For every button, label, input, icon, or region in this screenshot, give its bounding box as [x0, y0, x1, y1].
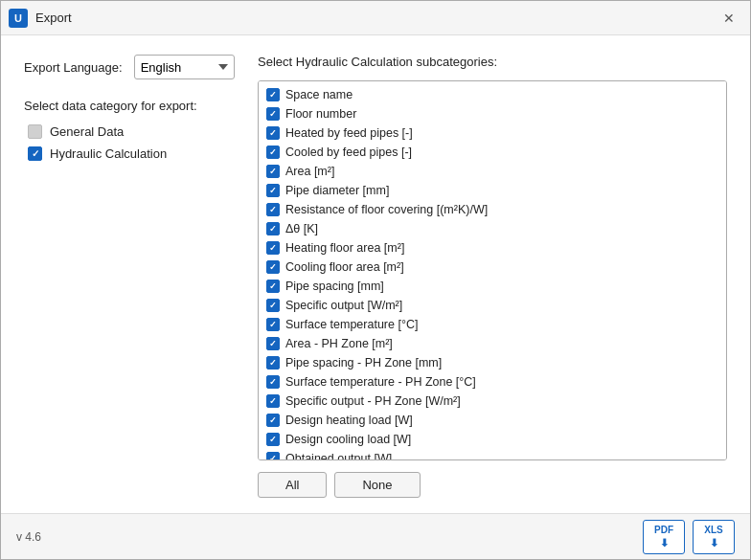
category-general[interactable]: General Data	[24, 121, 235, 143]
subcat-label: Obtained output [W]	[285, 452, 392, 460]
all-none-buttons: All None	[258, 472, 727, 498]
hydraulic-checkbox[interactable]	[28, 146, 42, 161]
export-window: U Export ✕ Export Language: English Germ…	[0, 0, 751, 560]
subcat-checkbox[interactable]	[266, 126, 280, 140]
subcat-checkbox[interactable]	[266, 356, 280, 370]
subcategory-item[interactable]: Surface temperature [°C]	[259, 315, 726, 334]
data-category-section: Select data category for export: General…	[24, 99, 235, 165]
subcategory-item[interactable]: Floor number	[259, 104, 726, 123]
subcat-label: Heated by feed pipes [-]	[285, 126, 413, 140]
close-button[interactable]: ✕	[716, 7, 742, 30]
subcategory-item[interactable]: Heating floor area [m²]	[259, 238, 726, 258]
title-bar: U Export ✕	[1, 1, 750, 35]
subcat-checkbox[interactable]	[266, 375, 280, 389]
subcat-label: Area - PH Zone [m²]	[285, 337, 393, 350]
subcategory-item[interactable]: Resistance of floor covering [(m²K)/W]	[259, 200, 726, 219]
pdf-arrow-icon: ⬇	[660, 537, 669, 549]
subcat-checkbox[interactable]	[266, 146, 280, 159]
subcategory-item[interactable]: Pipe spacing [mm]	[259, 277, 726, 296]
subcategory-item[interactable]: Area - PH Zone [m²]	[259, 334, 726, 353]
subcategory-item[interactable]: Design heating load [W]	[259, 411, 726, 430]
title-bar-left: U Export	[9, 9, 72, 28]
subcat-label: Pipe spacing - PH Zone [mm]	[285, 356, 442, 370]
subcat-checkbox[interactable]	[266, 184, 280, 197]
subcat-checkbox[interactable]	[266, 433, 280, 446]
subcat-label: Specific output - PH Zone [W/m²]	[285, 394, 461, 408]
app-icon: U	[9, 9, 28, 28]
export-language-row: Export Language: English German French S…	[24, 55, 235, 79]
general-label: General Data	[50, 124, 124, 139]
subcat-label: Surface temperature [°C]	[285, 318, 418, 331]
subcat-checkbox[interactable]	[266, 299, 280, 312]
subcategory-item[interactable]: Pipe diameter [mm]	[259, 181, 726, 200]
window-title: Export	[35, 11, 72, 25]
subcat-label: Floor number	[285, 107, 356, 121]
language-select[interactable]: English German French Spanish	[134, 55, 235, 79]
subcat-checkbox[interactable]	[266, 241, 280, 255]
subcat-checkbox[interactable]	[266, 107, 280, 121]
subcat-checkbox[interactable]	[266, 165, 280, 178]
subcategory-item[interactable]: Space name	[259, 85, 726, 104]
subcat-label: Cooling floor area [m²]	[285, 260, 404, 274]
subcategory-item[interactable]: Specific output - PH Zone [W/m²]	[259, 392, 726, 411]
hydraulic-label: Hydraulic Calculation	[50, 146, 167, 161]
none-button[interactable]: None	[334, 472, 420, 498]
subcat-checkbox[interactable]	[266, 318, 280, 331]
subcat-label: Pipe spacing [mm]	[285, 280, 384, 293]
subcategory-item[interactable]: Cooled by feed pipes [-]	[259, 143, 726, 162]
subcategory-list[interactable]: Space nameFloor numberHeated by feed pip…	[258, 80, 727, 460]
subcategory-item[interactable]: Cooling floor area [m²]	[259, 258, 726, 277]
subcategory-item[interactable]: Δθ [K]	[259, 219, 726, 238]
subcat-checkbox[interactable]	[266, 222, 280, 235]
subcategory-item[interactable]: Area [m²]	[259, 162, 726, 181]
subcat-label: Space name	[285, 88, 353, 101]
subcat-checkbox[interactable]	[266, 203, 280, 216]
version-label: v 4.6	[16, 530, 41, 544]
pdf-export-button[interactable]: PDF ⬇	[643, 520, 685, 554]
subcat-label: Cooled by feed pipes [-]	[285, 146, 412, 159]
subcat-label: Pipe diameter [mm]	[285, 184, 389, 197]
subcat-checkbox[interactable]	[266, 260, 280, 274]
main-content: Export Language: English German French S…	[1, 35, 750, 513]
subcategory-item[interactable]: Surface temperature - PH Zone [°C]	[259, 372, 726, 392]
export-buttons: PDF ⬇ XLS ⬇	[643, 520, 735, 554]
category-hydraulic[interactable]: Hydraulic Calculation	[24, 143, 235, 165]
subcat-checkbox[interactable]	[266, 452, 280, 460]
subcat-label: Design heating load [W]	[285, 414, 413, 427]
pdf-label: PDF	[654, 525, 673, 535]
subcat-checkbox[interactable]	[266, 88, 280, 101]
subcategory-item[interactable]: Heated by feed pipes [-]	[259, 123, 726, 143]
xls-export-button[interactable]: XLS ⬇	[693, 520, 735, 554]
subcategory-item[interactable]: Obtained output [W]	[259, 449, 726, 460]
all-button[interactable]: All	[258, 472, 327, 498]
subcat-checkbox[interactable]	[266, 414, 280, 427]
subcat-label: Design cooling load [W]	[285, 433, 411, 446]
subcat-checkbox[interactable]	[266, 280, 280, 293]
subcat-checkbox[interactable]	[266, 337, 280, 350]
subcat-label: Specific output [W/m²]	[285, 299, 402, 312]
subcategory-item[interactable]: Design cooling load [W]	[259, 430, 726, 449]
xls-label: XLS	[704, 525, 722, 535]
left-panel: Export Language: English German French S…	[24, 55, 235, 498]
subcat-label: Area [m²]	[285, 165, 334, 178]
subcat-label: Δθ [K]	[285, 222, 318, 235]
export-language-label: Export Language:	[24, 60, 123, 75]
data-category-title: Select data category for export:	[24, 99, 235, 113]
footer: v 4.6 PDF ⬇ XLS ⬇	[1, 513, 750, 559]
xls-arrow-icon: ⬇	[710, 537, 718, 549]
subcategory-section-title: Select Hydraulic Calculation subcategori…	[258, 55, 727, 69]
subcategory-item[interactable]: Pipe spacing - PH Zone [mm]	[259, 353, 726, 372]
subcategory-item[interactable]: Specific output [W/m²]	[259, 296, 726, 315]
general-checkbox[interactable]	[28, 124, 42, 139]
subcat-label: Surface temperature - PH Zone [°C]	[285, 375, 476, 389]
right-panel: Select Hydraulic Calculation subcategori…	[258, 55, 727, 498]
subcat-label: Heating floor area [m²]	[285, 241, 404, 255]
subcat-checkbox[interactable]	[266, 394, 280, 408]
subcat-label: Resistance of floor covering [(m²K)/W]	[285, 203, 488, 216]
